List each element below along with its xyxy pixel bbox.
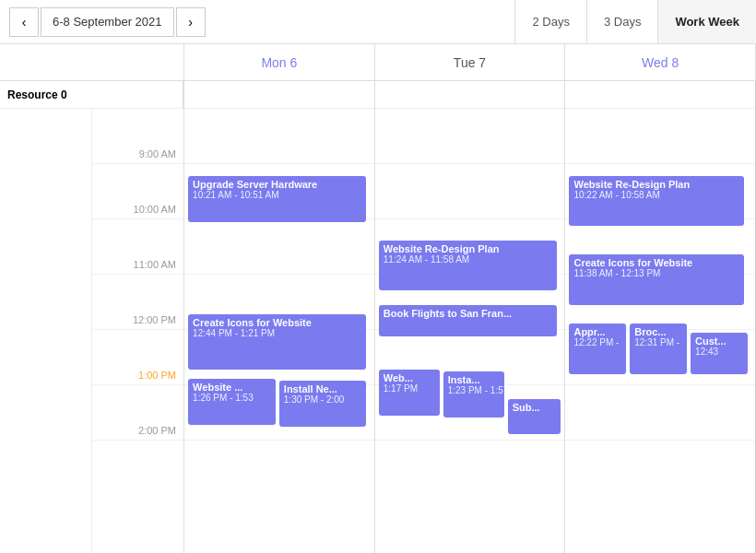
resource-label: Resource 0 — [7, 88, 67, 101]
tab-3days[interactable]: 3 Days — [586, 0, 657, 43]
event-tue-3[interactable]: Web... 1:17 PM — [379, 370, 440, 416]
mon-1100 — [184, 219, 374, 275]
event-tue-5[interactable]: Sub... — [508, 399, 561, 434]
time-200: 2:00 PM — [92, 385, 184, 441]
grid-body: Resource 0 9:00 AM 10:00 AM 11:00 AM 12:… — [0, 81, 756, 553]
event-wed-3[interactable]: Appr... 12:22 PM - — [569, 324, 626, 374]
tue-1000 — [375, 164, 565, 219]
event-tue-2[interactable]: Book Flights to San Fran... — [379, 305, 557, 336]
tab-workweek[interactable]: Work Week — [657, 0, 756, 43]
prev-button[interactable]: ‹ — [9, 7, 39, 37]
tue-900 — [375, 109, 565, 164]
event-tue-4[interactable]: Insta... 1:23 PM - 1:57 — [443, 371, 504, 418]
col-tuesday: Website Re-Design Plan 11:24 AM - 11:58 … — [375, 81, 566, 553]
date-range-display: 6-8 September 2021 — [41, 7, 174, 37]
event-wed-5[interactable]: Cust... 12:43 — [691, 333, 748, 374]
col-monday: Upgrade Server Hardware 10:21 AM - 10:51… — [184, 81, 375, 553]
event-mon-1[interactable]: Upgrade Server Hardware 10:21 AM - 10:51… — [188, 176, 366, 222]
event-wed-1[interactable]: Website Re-Design Plan 10:22 AM - 10:58 … — [569, 176, 743, 226]
event-mon-4[interactable]: Install Ne... 1:30 PM - 2:00 — [279, 381, 367, 427]
tab-2days[interactable]: 2 Days — [514, 0, 585, 43]
wed-900 — [565, 109, 755, 164]
event-wed-2[interactable]: Create Icons for Website 11:38 AM - 12:1… — [569, 254, 743, 305]
col-header-tue: Tue 7 — [375, 44, 566, 80]
event-mon-2[interactable]: Create Icons for Website 12:44 PM - 1:21… — [188, 314, 366, 370]
event-tue-1[interactable]: Website Re-Design Plan 11:24 AM - 11:58 … — [379, 241, 557, 290]
time-column: 9:00 AM 10:00 AM 11:00 AM 12:00 PM 1:00 … — [92, 109, 184, 553]
column-headers: Mon 6 Tue 7 Wed 8 — [0, 44, 756, 81]
mon-900 — [184, 109, 374, 164]
view-tabs: 2 Days 3 Days Work Week — [514, 0, 756, 43]
nav-area: ‹ 6-8 September 2021 › — [0, 7, 207, 37]
time-1200: 12:00 PM — [92, 275, 184, 330]
col-header-mon: Mon 6 — [184, 44, 375, 80]
event-mon-3[interactable]: Website ... 1:26 PM - 1:53 — [188, 379, 276, 425]
event-wed-4[interactable]: Broc... 12:31 PM - — [630, 324, 687, 374]
time-900: 9:00 AM — [92, 109, 184, 164]
calendar-header: ‹ 6-8 September 2021 › 2 Days 3 Days Wor… — [0, 0, 756, 44]
col-wednesday: Website Re-Design Plan 10:22 AM - 10:58 … — [565, 81, 756, 553]
col-header-wed: Wed 8 — [565, 44, 756, 80]
calendar-grid: Mon 6 Tue 7 Wed 8 Resource 0 9:00 AM 10:… — [0, 44, 756, 553]
wed-200 — [565, 385, 755, 441]
header-spacer — [0, 44, 184, 80]
time-100: 1:00 PM — [92, 330, 184, 385]
time-1100: 11:00 AM — [92, 219, 184, 275]
time-1000: 10:00 AM — [92, 164, 184, 219]
empty-col — [0, 109, 92, 553]
next-button[interactable]: › — [176, 7, 206, 37]
